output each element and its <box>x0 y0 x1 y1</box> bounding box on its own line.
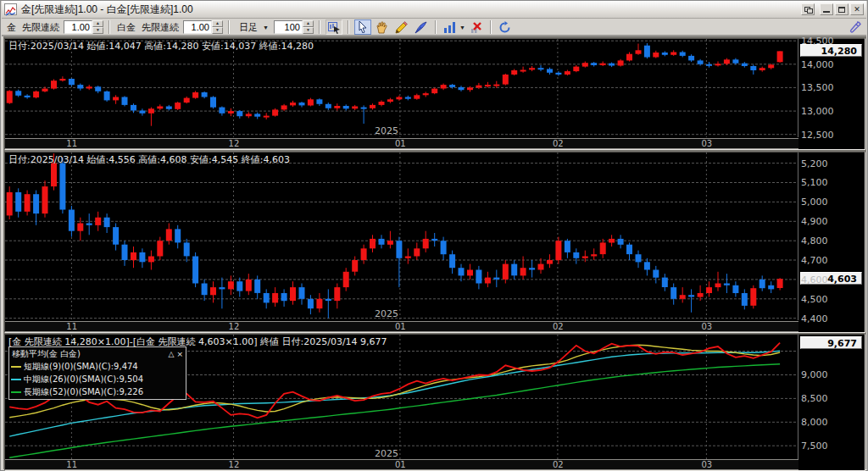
quill-tool-icon[interactable] <box>413 19 430 35</box>
hand-tool-icon[interactable] <box>374 19 391 35</box>
candle-body <box>670 53 676 55</box>
close-button[interactable]: ✕ <box>850 3 864 15</box>
candle-body <box>361 248 367 260</box>
toolbar: 金 先限連続 1.00 ▲ ▼ 白金 先限連続 1.00 ▲ ▼ 日足 ▼ 10… <box>2 19 866 36</box>
candle-body <box>405 97 411 99</box>
candle-body <box>591 254 597 256</box>
month-label: 02 <box>553 139 564 148</box>
candle-body <box>636 50 642 53</box>
spin-up-icon[interactable]: ▲ <box>303 20 314 27</box>
platinum-plot-area[interactable] <box>5 152 798 320</box>
candle-body <box>653 53 659 58</box>
title-bar[interactable]: 金[先限連続]1.00 - 白金[先限連続]1.00 ✕ <box>2 1 866 19</box>
legend-swatch-icon <box>11 391 21 393</box>
spin-up-icon[interactable]: ▲ <box>212 20 223 27</box>
legend-item-label: 長期線(52)(0)(SMA)(C):9,226 <box>24 386 143 398</box>
spin-down-icon[interactable]: ▼ <box>303 27 314 34</box>
candle-body <box>777 279 783 288</box>
candle-body <box>396 241 402 258</box>
candle-body <box>732 285 738 293</box>
price-label: 4,800 <box>801 236 828 247</box>
candle-body <box>25 194 31 212</box>
gold-plot-area[interactable] <box>5 39 798 137</box>
gold-multiplier-spinner: 1.00 ▲ ▼ <box>64 20 103 34</box>
minimize-button[interactable] <box>820 3 833 15</box>
cascade-button[interactable] <box>801 3 815 15</box>
chart-type-caret-icon[interactable]: ▼ <box>459 25 465 30</box>
candle-body <box>626 54 632 61</box>
candle-body <box>281 293 287 301</box>
candle-body <box>423 93 429 95</box>
price-label: 5,200 <box>801 158 828 169</box>
gold-ohlc-header: 日付:2025/03/14 始値:14,047 高値:14,280 安値:14,… <box>8 40 314 53</box>
chart-type-icon[interactable] <box>442 19 459 35</box>
candle-body <box>236 111 242 116</box>
refresh-icon[interactable] <box>497 19 514 35</box>
candle-body <box>742 293 748 306</box>
month-label: 12 <box>229 322 240 331</box>
candle-body <box>441 241 447 254</box>
candle-body <box>396 97 402 100</box>
chart-window-icon <box>4 3 17 15</box>
candle-body <box>511 264 517 276</box>
candle-body <box>520 70 526 72</box>
candle-body <box>565 241 570 252</box>
candle-body <box>644 262 650 269</box>
gold-multiplier-input[interactable]: 1.00 <box>64 20 92 34</box>
month-label: 03 <box>701 322 712 331</box>
bar-count-input[interactable]: 100 <box>274 20 303 34</box>
month-label: 01 <box>395 460 406 469</box>
candle-body <box>131 105 136 111</box>
month-label: 12 <box>229 460 240 469</box>
candle-body <box>33 194 39 213</box>
price-label: 13,000 <box>801 106 834 117</box>
candle-body <box>609 239 615 243</box>
candle-body <box>352 107 358 109</box>
candle-body <box>582 257 588 258</box>
candle-body <box>95 218 101 225</box>
legend-close-icon[interactable]: × <box>176 350 183 358</box>
pencil-tool-icon[interactable] <box>393 19 410 35</box>
candle-body <box>459 268 465 275</box>
candle-body <box>538 68 544 69</box>
candle-body <box>750 288 756 306</box>
candle-body <box>618 60 624 65</box>
timeframe-dropdown[interactable]: 日足 ▼ <box>235 20 271 34</box>
candle-body <box>228 281 234 289</box>
candle-body <box>334 106 340 108</box>
candle-body <box>387 241 393 245</box>
period-select-icon[interactable] <box>326 19 342 35</box>
platinum-multiplier-input[interactable]: 1.00 <box>183 20 212 34</box>
spin-up-icon[interactable]: ▲ <box>92 20 103 27</box>
maximize-button[interactable] <box>835 3 849 15</box>
price-label: 4,400 <box>801 313 828 324</box>
candle-body <box>202 284 208 296</box>
spin-down-icon[interactable]: ▼ <box>212 27 223 34</box>
select-arrow-icon[interactable] <box>354 19 371 35</box>
candle-body <box>86 86 92 88</box>
candle-body <box>768 64 774 68</box>
candle-body <box>95 86 101 91</box>
candle-body <box>706 64 712 66</box>
candle-body <box>662 53 668 55</box>
gold-series-label: 先限連続 <box>20 21 61 34</box>
candle-body <box>361 108 367 109</box>
candle-body <box>449 254 455 268</box>
delete-study-icon[interactable] <box>468 19 485 35</box>
charts-region: 日付:2025/03/14 始値:14,047 高値:14,280 安値:14,… <box>3 36 866 469</box>
chevron-down-icon: ▼ <box>263 25 269 30</box>
candle-body <box>626 245 632 254</box>
spin-down-icon[interactable]: ▼ <box>92 27 103 34</box>
wrench-icon[interactable] <box>846 19 863 35</box>
candle-body <box>25 96 31 97</box>
price-label: 4,900 <box>801 216 828 227</box>
candle-body <box>290 103 296 105</box>
price-label: 7,500 <box>801 441 828 452</box>
candle-body <box>591 63 597 65</box>
gold-chart-panel: 日付:2025/03/14 始値:14,047 高値:14,280 安値:14,… <box>4 38 865 150</box>
candle-body <box>511 70 517 75</box>
legend-collapse-icon[interactable]: △ <box>169 350 175 358</box>
candle-body <box>264 116 270 118</box>
price-label: 13,500 <box>801 82 834 93</box>
candle-body <box>131 252 136 260</box>
